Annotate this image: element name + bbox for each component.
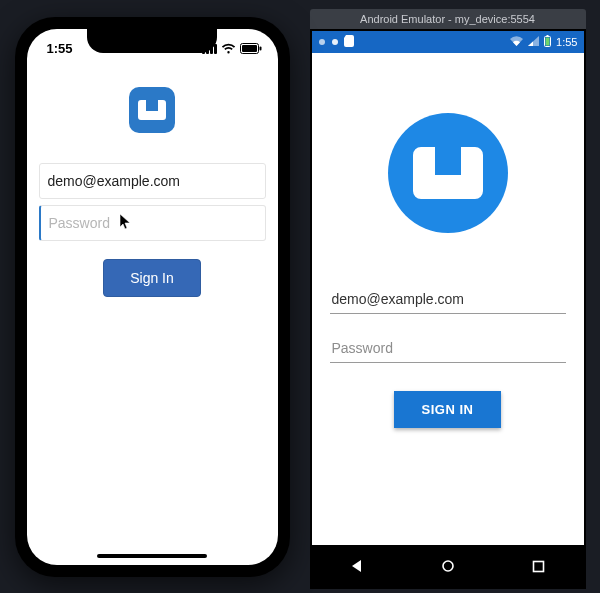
android-nav-bar	[312, 545, 584, 587]
wifi-icon	[510, 36, 523, 48]
battery-icon	[544, 35, 551, 49]
android-emulator-window: Android Emulator - my_device:5554	[310, 9, 586, 589]
svg-point-4	[332, 39, 338, 45]
android-screen: SIGN IN	[312, 53, 584, 545]
sign-in-button[interactable]: SIGN IN	[394, 391, 502, 428]
iphone-notch	[87, 29, 217, 53]
emulator-titlebar: Android Emulator - my_device:5554	[310, 9, 586, 29]
iphone-device-frame: 1:55	[15, 17, 290, 577]
nav-recent-icon[interactable]	[532, 560, 545, 573]
ios-status-time: 1:55	[47, 41, 73, 56]
svg-rect-9	[534, 561, 544, 571]
sd-card-icon	[344, 35, 354, 49]
iphone-home-indicator[interactable]	[97, 554, 207, 558]
app-logo-icon	[129, 87, 175, 133]
svg-rect-2	[259, 47, 261, 51]
svg-point-3	[319, 39, 325, 45]
app-logo-icon	[388, 113, 508, 233]
battery-icon	[240, 43, 262, 54]
nav-home-icon[interactable]	[441, 559, 455, 573]
android-device-frame: 1:55 SIGN IN	[310, 29, 586, 589]
android-status-time: 1:55	[556, 36, 577, 48]
email-field[interactable]	[330, 283, 566, 314]
emulator-title: Android Emulator - my_device:5554	[360, 13, 535, 25]
password-field[interactable]	[39, 205, 266, 241]
email-field[interactable]	[39, 163, 266, 199]
svg-rect-7	[546, 38, 550, 46]
iphone-screen: 1:55	[27, 29, 278, 565]
password-field[interactable]	[330, 332, 566, 363]
sign-in-button[interactable]: Sign In	[103, 259, 201, 297]
wifi-icon	[221, 43, 236, 54]
android-status-bar: 1:55	[312, 31, 584, 53]
notification-dot-icon	[318, 36, 326, 48]
svg-rect-1	[242, 45, 257, 52]
nav-back-icon[interactable]	[350, 559, 364, 573]
cellular-signal-icon	[528, 36, 539, 48]
svg-point-8	[443, 561, 453, 571]
notification-dot-icon	[331, 36, 339, 48]
